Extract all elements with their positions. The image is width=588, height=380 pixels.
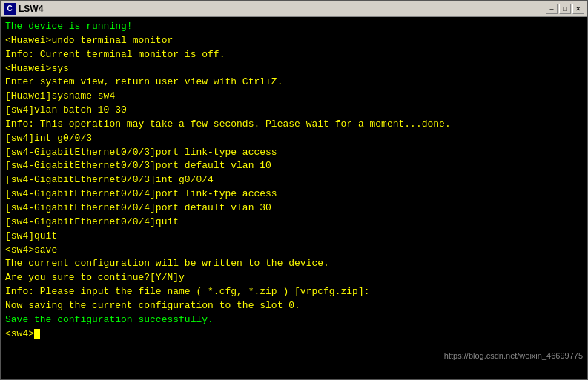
main-window: C LSW4 – □ ✕ The device is running!<Huaw… (0, 0, 588, 380)
terminal-line: [sw4-GigabitEthernet0/0/4]port link-type… (5, 187, 583, 201)
close-button[interactable]: ✕ (572, 4, 584, 14)
window-controls: – □ ✕ (546, 4, 584, 14)
window-icon: C (4, 3, 16, 15)
terminal-line: [sw4-GigabitEthernet0/0/3]port link-type… (5, 146, 583, 160)
terminal-area[interactable]: The device is running!<Huawei>undo termi… (1, 17, 587, 379)
title-bar: C LSW4 – □ ✕ (1, 1, 587, 17)
title-bar-left: C LSW4 (4, 3, 43, 15)
watermark: https://blog.csdn.net/weixin_46699775 (444, 351, 583, 360)
terminal-line: [Huawei]sysname sw4 (5, 90, 583, 104)
terminal-line: The device is running! (5, 20, 583, 34)
terminal-line: [sw4]quit (5, 230, 583, 244)
terminal-line: [sw4]vlan batch 10 30 (5, 104, 583, 118)
terminal-line: [sw4-GigabitEthernet0/0/3]int g0/0/4 (5, 173, 583, 187)
window-title: LSW4 (19, 4, 43, 14)
terminal-line: Info: Current terminal monitor is off. (5, 48, 583, 62)
terminal-cursor (34, 329, 40, 339)
terminal-line: <sw4>save (5, 244, 583, 258)
terminal-line: Are you sure to continue?[Y/N]y (5, 271, 583, 285)
terminal-line: [sw4-GigabitEthernet0/0/4]quit (5, 216, 583, 230)
terminal-line: [sw4]int g0/0/3 (5, 132, 583, 146)
terminal-line: Info: This operation may take a few seco… (5, 118, 583, 132)
terminal-output: The device is running!<Huawei>undo termi… (5, 20, 583, 341)
terminal-line: [sw4-GigabitEthernet0/0/4]port default v… (5, 201, 583, 216)
maximize-button[interactable]: □ (559, 4, 571, 14)
terminal-line: The current configuration will be writte… (5, 257, 583, 271)
terminal-line: <sw4> (5, 327, 583, 341)
terminal-line: Enter system view, return user view with… (5, 76, 583, 90)
minimize-button[interactable]: – (546, 4, 558, 14)
terminal-line: <Huawei>sys (5, 62, 583, 76)
terminal-line: Now saving the current configuration to … (5, 299, 583, 313)
terminal-line: <Huawei>undo terminal monitor (5, 34, 583, 48)
terminal-line: Save the configuration successfully. (5, 313, 583, 327)
terminal-line: [sw4-GigabitEthernet0/0/3]port default v… (5, 159, 583, 173)
terminal-line: Info: Please input the file name ( *.cfg… (5, 285, 583, 299)
